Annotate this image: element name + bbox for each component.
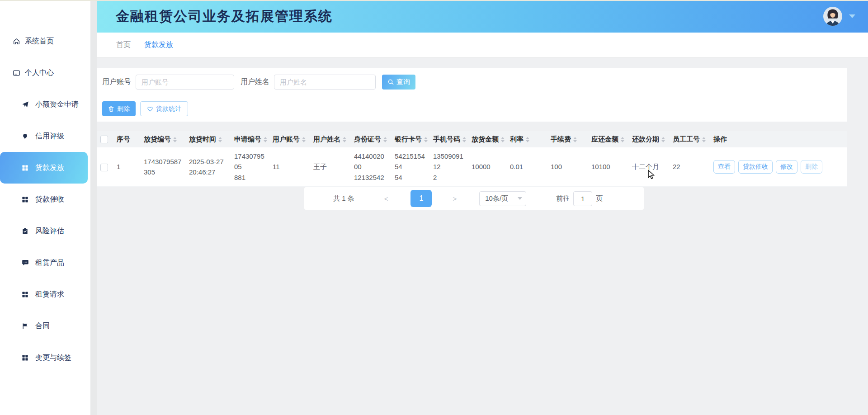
sidebar-item-label: 系统首页 [25, 37, 54, 46]
column-header-staff-id[interactable]: 员工工号 [669, 131, 710, 147]
search-icon [387, 79, 394, 85]
delete-button[interactable]: 删除 [102, 101, 136, 116]
sidebar-item-leasing-requests[interactable]: 租赁请求 [0, 278, 90, 310]
grid-icon [21, 291, 29, 298]
sort-caret-icon[interactable] [383, 137, 387, 142]
sidebar-item-leasing-products[interactable]: 租赁产品 [0, 247, 90, 278]
column-header-bank-card[interactable]: 银行卡号 [391, 131, 429, 147]
sidebar-item-label: 信用评级 [35, 132, 64, 141]
loan-table-card: 序号放贷编号放贷时间申请编号用户账号用户姓名身份证号银行卡号手机号码放货金额利率… [97, 131, 847, 187]
sidebar: 系统首页个人中心小额资金申请信用评级货款发放贷款催收风险评估租赁产品租赁请求合同… [0, 0, 90, 415]
column-header-loan-amount[interactable]: 放货金额 [468, 131, 506, 147]
column-label: 用户姓名 [313, 135, 340, 143]
sidebar-item-contract[interactable]: 合同 [0, 310, 90, 342]
page-size-select[interactable]: 10条/页 [479, 191, 526, 206]
sort-caret-icon[interactable] [526, 137, 529, 142]
pagination-goto: 前往 页 [556, 191, 603, 206]
sort-caret-icon[interactable] [501, 137, 505, 142]
sidebar-item-label: 合同 [35, 321, 50, 331]
pagination-page-1[interactable]: 1 [410, 190, 432, 207]
cell-bank-card: 542151545454 [391, 147, 429, 186]
user-name-input[interactable] [274, 75, 376, 90]
sort-caret-icon[interactable] [702, 137, 706, 142]
cell-actions: 查看贷款催收修改删除 [710, 147, 847, 186]
cell-installments: 十二个月 [628, 147, 669, 186]
row-select-cell[interactable] [97, 147, 113, 186]
sort-caret-icon[interactable] [302, 137, 306, 142]
tab-home[interactable]: 首页 [116, 40, 131, 50]
column-header-user-name[interactable]: 用户姓名 [310, 131, 350, 147]
column-header-repay-amount[interactable]: 应还金额 [588, 131, 628, 147]
sort-caret-icon[interactable] [218, 137, 222, 142]
sort-caret-icon[interactable] [661, 137, 665, 142]
sidebar-item-change-renewal[interactable]: 变更与续签 [0, 342, 90, 373]
sidebar-item-label: 风险评估 [35, 226, 64, 236]
page-size-value: 10条/页 [485, 194, 508, 203]
row-checkbox[interactable] [100, 164, 108, 171]
sidebar-item-credit-rating[interactable]: 信用评级 [0, 120, 90, 152]
column-label: 用户账号 [273, 135, 300, 143]
column-header-apply-id[interactable]: 申请编号 [231, 131, 269, 147]
column-header-user-account[interactable]: 用户账号 [269, 131, 310, 147]
search-button[interactable]: 查询 [382, 75, 415, 90]
goto-prefix: 前往 [556, 194, 570, 203]
sidebar-item-personal-center[interactable]: 个人中心 [0, 57, 90, 89]
cell-user-account: 11 [269, 147, 310, 186]
column-label: 放货金额 [472, 135, 499, 143]
column-header-id-card[interactable]: 身份证号 [350, 131, 391, 147]
sort-caret-icon[interactable] [173, 137, 177, 142]
pagination-prev-button[interactable]: < [384, 195, 388, 203]
loan-stats-button[interactable]: 货款统计 [140, 101, 188, 116]
loan-stats-button-label: 货款统计 [156, 105, 181, 113]
select-all-checkbox[interactable] [100, 136, 108, 143]
row-action-view-button[interactable]: 查看 [713, 160, 735, 174]
row-action-collect-button[interactable]: 贷款催收 [738, 160, 773, 174]
sidebar-item-micro-fund-apply[interactable]: 小额资金申请 [0, 89, 90, 120]
column-header-rate[interactable]: 利率 [506, 131, 547, 147]
sidebar-item-loan-disbursement[interactable]: 货款发放 [0, 152, 88, 184]
sidebar-item-loan-collection[interactable]: 贷款催收 [0, 184, 90, 215]
column-label: 应还金额 [591, 135, 618, 143]
toolbar-row: 删除 货款统计 [102, 101, 842, 116]
cell-repay-amount: 10100 [588, 147, 628, 186]
table-header-row: 序号放贷编号放贷时间申请编号用户账号用户姓名身份证号银行卡号手机号码放货金额利率… [97, 131, 847, 147]
flag-icon [21, 323, 29, 330]
user-account-input[interactable] [136, 75, 234, 90]
column-header-loan-id[interactable]: 放贷编号 [140, 131, 185, 147]
column-header-loan-time[interactable]: 放贷时间 [185, 131, 231, 147]
avatar[interactable] [823, 6, 843, 26]
goto-page-input[interactable] [573, 191, 592, 206]
sort-caret-icon[interactable] [343, 137, 346, 142]
column-header-phone[interactable]: 手机号码 [429, 131, 468, 147]
sort-caret-icon[interactable] [424, 137, 428, 142]
column-header-index: 序号 [113, 131, 140, 147]
sort-caret-icon[interactable] [462, 137, 466, 142]
chat-icon [21, 259, 29, 266]
row-action-delete-button[interactable]: 删除 [801, 160, 822, 174]
column-header-fee[interactable]: 手续费 [547, 131, 588, 147]
cell-index: 1 [113, 147, 140, 186]
row-action-edit-button[interactable]: 修改 [776, 160, 797, 174]
sort-caret-icon[interactable] [573, 137, 577, 142]
tab-loan-disbursement[interactable]: 货款发放 [144, 40, 173, 50]
sort-caret-icon[interactable] [264, 137, 267, 142]
sort-caret-icon[interactable] [621, 137, 624, 142]
pagination-next-button[interactable]: > [453, 195, 457, 203]
user-dropdown-caret-icon[interactable] [849, 14, 855, 18]
search-button-label: 查询 [396, 78, 410, 86]
user-account-label: 用户账号 [102, 77, 131, 87]
column-header-installments[interactable]: 还款分期 [628, 131, 669, 147]
column-label: 员工工号 [673, 135, 700, 143]
grid-icon [21, 354, 29, 361]
cell-phone: 13509091122 [429, 147, 468, 186]
sidebar-nav: 系统首页个人中心小额资金申请信用评级货款发放贷款催收风险评估租赁产品租赁请求合同… [0, 25, 90, 373]
table-row: 117430795873052025-03-2720:46:2717430795… [97, 147, 847, 186]
user-menu[interactable] [823, 6, 855, 26]
sidebar-item-system-home[interactable]: 系统首页 [0, 25, 90, 57]
sidebar-item-risk-assessment[interactable]: 风险评估 [0, 215, 90, 247]
column-header-select[interactable] [97, 131, 113, 147]
sidebar-scrollbar-track[interactable] [90, 0, 97, 415]
trash-icon [108, 106, 114, 112]
cell-user-name: 王子 [310, 147, 350, 186]
table-body: 117430795873052025-03-2720:46:2717430795… [97, 147, 847, 186]
